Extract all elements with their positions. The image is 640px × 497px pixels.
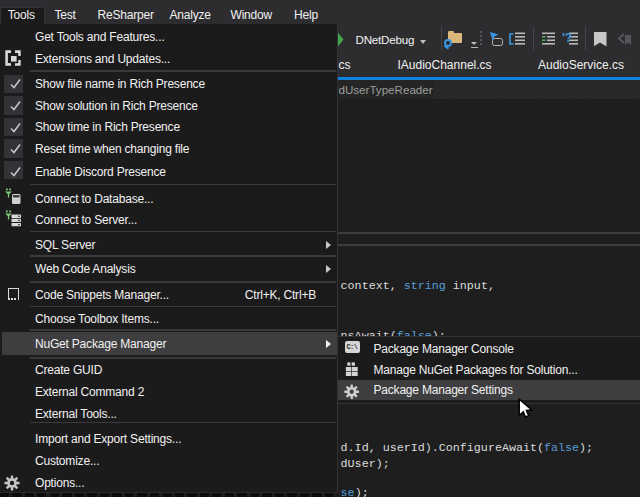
svg-text:'?: '?	[562, 31, 572, 45]
